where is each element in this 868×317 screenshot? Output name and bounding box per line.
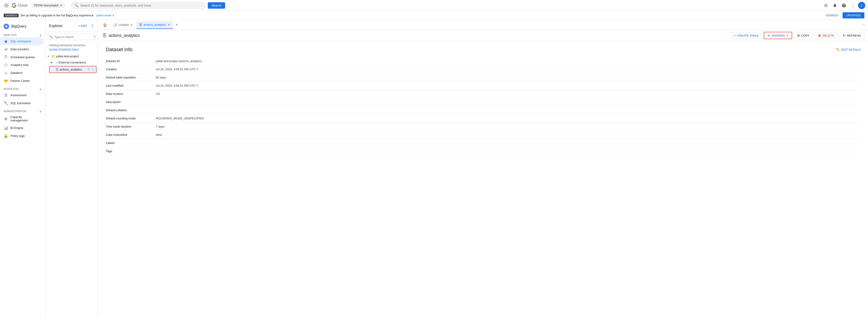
sidebar-item-partner-center[interactable]: 🤝 Partner Center xyxy=(0,77,43,85)
sidebar-item-sql-workspace[interactable]: ◉ SQL workspace xyxy=(0,37,43,45)
tab-untitled[interactable]: 📝 Untitled ✕ xyxy=(111,21,135,29)
apps-button[interactable]: ⊞ xyxy=(822,1,830,9)
tree-dataset-more[interactable]: ⋮ xyxy=(91,67,94,71)
sharing-icon: ⇄ xyxy=(767,34,770,37)
section-analysis-chevron: ▲ xyxy=(39,34,41,36)
dataset-info-title-text: Dataset info xyxy=(106,47,132,53)
create-table-icon: + xyxy=(734,34,736,37)
delete-label: DELETE xyxy=(823,34,834,37)
explorer-search-help-icon: ? xyxy=(94,35,95,39)
search-icon: 🔍 xyxy=(74,4,79,7)
refresh-button[interactable]: ↻ REFRESH xyxy=(839,32,864,39)
info-label-6: Default collation xyxy=(106,106,156,114)
sidebar-header: BigQuery xyxy=(0,20,45,32)
dataform-icon: ◇ xyxy=(4,71,8,75)
info-row: Description xyxy=(106,98,861,106)
tree-dataset-item[interactable]: 🗄 actions_analytics ☆ ⋮ xyxy=(49,66,96,73)
sidebar-item-policy-tags[interactable]: 🔒 Policy tags xyxy=(0,132,43,140)
edit-details-label: EDIT DETAILS xyxy=(841,48,861,51)
sidebar-item-bi-engine[interactable]: 📊 BI Engine xyxy=(0,124,43,132)
explorer-search-box[interactable]: 🔍 ? xyxy=(47,34,96,40)
sidebar-item-assessment[interactable]: ☰ Assessment xyxy=(0,91,43,99)
explorer-header: Explorer + ADD ⟨ xyxy=(45,20,97,32)
info-row: Tags xyxy=(106,147,861,155)
section-administration-chevron: ▲ xyxy=(39,110,41,113)
global-search-input[interactable] xyxy=(80,4,202,7)
untitled-tab-close[interactable]: ✕ xyxy=(130,23,133,27)
create-table-button[interactable]: + CREATE TABLE xyxy=(731,32,762,39)
menu-button[interactable] xyxy=(3,2,10,9)
copy-button[interactable]: ⧉ COPY xyxy=(794,32,813,39)
tree-ext-more[interactable]: ⋮ xyxy=(92,60,96,65)
sidebar-item-analytics-hub[interactable]: ⬡ Analytics Hub xyxy=(0,61,43,69)
tab-home[interactable]: 🏠 ✕ xyxy=(100,21,110,29)
app-body: BigQuery Analysis ▲ ◉ SQL workspace ⇄ Da… xyxy=(0,20,868,317)
sidebar-item-capacity-management[interactable]: ⊞ Capacity management xyxy=(0,113,43,124)
info-value-7: ROUNDING_MODE_UNSPECIFIED xyxy=(156,114,861,122)
add-button[interactable]: + ADD xyxy=(76,23,89,28)
bi-engine-icon: 📊 xyxy=(4,126,8,130)
info-row: Labels xyxy=(106,139,861,147)
show-starred-area: SHOW STARRED ONLY xyxy=(45,48,97,53)
explorer-search-icon: 🔍 xyxy=(49,35,53,39)
google-cloud-logo: Cloud xyxy=(12,3,27,8)
tab-more-button[interactable]: ⋯ xyxy=(861,22,866,28)
show-starred-link[interactable]: SHOW STARRED ONLY xyxy=(49,48,79,51)
sharing-button[interactable]: ⇄ SHARING ▼ xyxy=(764,32,792,39)
content-area: Dataset info ✏️ EDIT DETAILS Dataset ID … xyxy=(99,41,868,317)
upgrade-button[interactable]: UPGRADE xyxy=(843,12,864,19)
sidebar-item-sql-translation[interactable]: 🔧 SQL translation xyxy=(0,99,43,107)
explorer-title: Explorer xyxy=(49,24,63,28)
explorer-search-input[interactable] xyxy=(54,35,92,39)
help-button[interactable] xyxy=(840,1,848,9)
global-search-bar[interactable]: 🔍 xyxy=(71,2,206,9)
new-tab-button[interactable]: + xyxy=(174,22,180,28)
dismiss-button[interactable]: DISMISS xyxy=(823,12,840,19)
sidebar-item-dataform[interactable]: ◇ Dataform xyxy=(0,69,43,77)
policy-tags-label: Policy tags xyxy=(10,134,25,138)
explorer-panel: Explorer + ADD ⟨ 🔍 ? Viewing workspace r… xyxy=(45,20,98,317)
tree-indent: ▶ ⇢ External connections ⋮ 🗄 actions_ana… xyxy=(45,59,97,74)
tree-dataset-star[interactable]: ☆ xyxy=(87,67,90,71)
section-migration-header[interactable]: Migration ▲ xyxy=(0,86,45,91)
project-name: YDTAK test project xyxy=(34,4,59,7)
nav-search: 🔍 Search xyxy=(71,2,225,9)
tree-project-item[interactable]: ▼ 📁 ydtak-test-project ☆ ⋮ xyxy=(45,53,97,59)
project-selector[interactable]: YDTAK test project ▼ xyxy=(31,3,65,8)
delete-button[interactable]: 🗑 DELETE xyxy=(815,32,838,39)
dataform-label: Dataform xyxy=(10,71,23,75)
section-analysis-header[interactable]: Analysis ▲ xyxy=(0,32,45,37)
info-row: Time travel window 7 days xyxy=(106,122,861,131)
info-row: Last modified Jul 24, 2023, 4:56:51 PM U… xyxy=(106,82,861,90)
capacity-management-label: Capacity management xyxy=(10,115,40,122)
learn-more-link[interactable]: Learn more ↗ xyxy=(96,13,115,17)
user-avatar[interactable]: 1 xyxy=(858,2,865,9)
more-options-button[interactable]: ⋮ xyxy=(849,1,857,9)
analytics-hub-icon: ⬡ xyxy=(4,63,8,67)
tree-ext-label: External connections xyxy=(59,61,91,64)
delete-icon: 🗑 xyxy=(818,34,821,37)
nav-right: ⊞ ⋮ 1 xyxy=(822,1,865,9)
tab-actions-analytics[interactable]: 🗄 actions_analytics ✕ xyxy=(136,21,173,29)
tree-external-connections-item[interactable]: ▶ ⇢ External connections ⋮ xyxy=(49,59,97,65)
home-tab-icon: 🏠 xyxy=(103,23,107,27)
scheduled-queries-icon: ⏱ xyxy=(4,55,8,59)
info-value-1: Jul 24, 2023, 4:56:51 PM UTC-7 xyxy=(156,65,861,73)
section-administration-header[interactable]: Administration ▲ xyxy=(0,108,45,113)
edit-details-button[interactable]: ✏️ EDIT DETAILS xyxy=(836,48,861,51)
search-button[interactable]: Search xyxy=(208,2,225,9)
tree-project-more[interactable]: ⋮ xyxy=(92,54,96,58)
actions-analytics-tab-close[interactable]: ✕ xyxy=(168,23,170,26)
info-row: Dataset ID ydtak-test-project.actions_an… xyxy=(106,57,861,65)
tree-project-star[interactable]: ☆ xyxy=(89,54,92,58)
untitled-tab-icon: 📝 xyxy=(113,23,117,27)
notifications-button[interactable] xyxy=(831,1,839,9)
sidebar-item-scheduled-queries[interactable]: ⏱ Scheduled queries xyxy=(0,53,43,61)
section-migration: Migration ▲ ☰ Assessment 🔧 SQL translati… xyxy=(0,86,45,107)
collapse-panel-button[interactable]: ⟨ xyxy=(91,23,94,29)
sharing-dropdown-icon: ▼ xyxy=(786,34,789,37)
section-migration-title: Migration xyxy=(4,88,19,90)
sidebar-item-data-transfers[interactable]: ⇄ Data transfers xyxy=(0,45,43,53)
info-label-11: Tags xyxy=(106,147,156,155)
info-label-3: Last modified xyxy=(106,82,156,90)
